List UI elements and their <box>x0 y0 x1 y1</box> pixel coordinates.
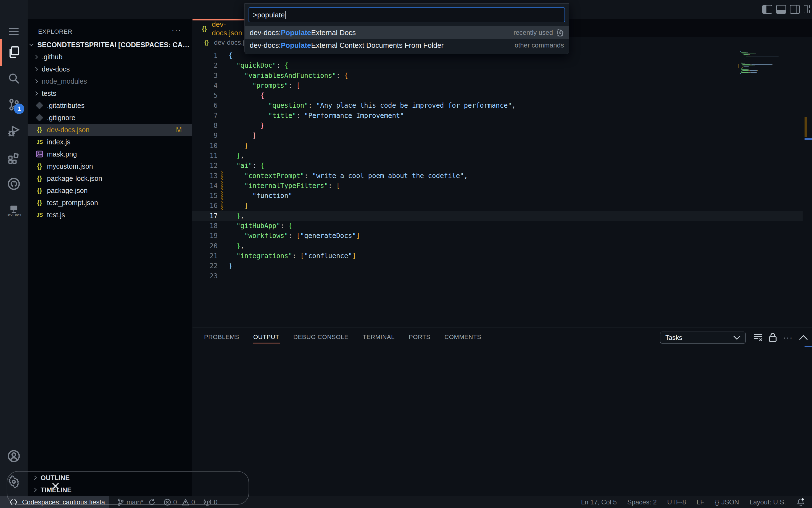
clear-output-icon[interactable] <box>753 333 763 342</box>
code-line-23[interactable]: 23 <box>192 271 803 281</box>
code-line-19[interactable]: 19 "workflows": ["generateDocs"] <box>192 231 803 241</box>
status-layout-u-s-[interactable]: Layout: U.S. <box>749 498 786 506</box>
explorer-more-actions-icon[interactable]: ··· <box>171 26 181 35</box>
tree-item-mask-png[interactable]: mask.png <box>28 148 192 160</box>
tree-item--gitattributes[interactable]: .gitattributes <box>28 99 192 112</box>
output-channel-select[interactable]: Tasks <box>660 332 746 344</box>
code-line-17[interactable]: 17 }, <box>192 211 803 221</box>
code-line-18[interactable]: 18 "gitHubApp": { <box>192 221 803 231</box>
panel-tab-terminal[interactable]: TERMINAL <box>362 329 395 346</box>
panel-tab-problems[interactable]: PROBLEMS <box>204 329 240 346</box>
json-file-icon: {} <box>35 174 44 182</box>
code-line-8[interactable]: 8 } <box>192 121 803 131</box>
git-file-icon <box>35 103 44 108</box>
json-file-icon: {} <box>35 199 44 207</box>
code-line-20[interactable]: 20 }, <box>192 241 803 251</box>
command-input[interactable]: >populate <box>249 7 565 23</box>
status-lf[interactable]: LF <box>697 498 704 506</box>
status-utf-8[interactable]: UTF-8 <box>667 498 686 506</box>
account-icon[interactable] <box>0 445 28 467</box>
tree-item-dev-docs-json[interactable]: {}dev-docs.jsonM <box>28 124 192 136</box>
chevron-down-icon <box>29 42 34 46</box>
bottom-panel: PROBLEMSOUTPUTDEBUG CONSOLETERMINALPORTS… <box>193 327 812 496</box>
search-icon[interactable] <box>0 68 28 89</box>
code-line-9[interactable]: 9 ] <box>192 131 803 140</box>
lock-icon[interactable] <box>769 332 777 342</box>
panel-tab-comments[interactable]: COMMENTS <box>444 329 482 346</box>
panel-tab-debug-console[interactable]: DEBUG CONSOLE <box>293 329 349 346</box>
code-line-5[interactable]: 5 { <box>192 91 803 100</box>
tree-item--github[interactable]: .github <box>28 51 192 63</box>
highlight-region-overlay <box>7 471 249 505</box>
code-line-13[interactable]: 13 "contextPrompt": "write a cool poem a… <box>192 171 803 181</box>
command-result-1[interactable]: dev-docs: Populate External Docsrecently… <box>245 26 569 39</box>
json-file-icon: {} <box>35 162 44 170</box>
gutter-modified-marker <box>221 171 223 180</box>
menu-icon[interactable] <box>0 20 28 43</box>
more-actions-icon[interactable]: ··· <box>783 333 793 342</box>
status-json[interactable]: {}JSON <box>715 498 739 506</box>
customize-layout-icon[interactable] <box>804 5 810 14</box>
code-line-15[interactable]: 15 "function" <box>192 191 803 201</box>
gutter-modified-marker <box>221 201 223 210</box>
toggle-sidebar-icon[interactable] <box>762 5 772 14</box>
minimap[interactable] <box>740 51 784 75</box>
code-line-2[interactable]: 2 "quickDoc": { <box>192 60 803 71</box>
tree-item-mycustom-json[interactable]: {}mycustom.json <box>28 160 192 172</box>
json-file-icon: {} <box>202 39 211 46</box>
tree-item-test-js[interactable]: JStest.js <box>28 209 192 221</box>
minimap-modified-marker <box>738 64 739 68</box>
tree-item-index-js[interactable]: JSindex.js <box>28 136 192 148</box>
maximize-panel-icon[interactable] <box>799 335 808 340</box>
github-icon[interactable] <box>0 173 28 195</box>
notifications-bell-icon[interactable] <box>797 498 805 507</box>
code-line-6[interactable]: 6 "question": "Any place this code be im… <box>192 100 803 111</box>
code-line-10[interactable]: 10 } <box>192 141 803 151</box>
status-spaces-2[interactable]: Spaces: 2 <box>627 498 657 506</box>
tree-item--gitignore[interactable]: .gitignore <box>28 112 192 124</box>
tree-root-folder[interactable]: SECONDTESTSPRITEAI [CODESPACES: CAUTIO..… <box>28 39 192 51</box>
overview-ruler-modified-marker <box>805 117 807 137</box>
extensions-icon[interactable] <box>0 147 28 169</box>
gutter-modified-marker <box>221 191 223 200</box>
line-number: 9 <box>192 131 218 140</box>
line-number: 15 <box>192 191 218 201</box>
output-channel-value: Tasks <box>665 334 682 341</box>
code-line-11[interactable]: 11 }, <box>192 151 803 161</box>
code-line-7[interactable]: 7 "title": "Performance Improvement" <box>192 111 803 121</box>
panel-tab-ports[interactable]: PORTS <box>408 329 431 346</box>
code-line-3[interactable]: 3 "variablesAndFunctions": { <box>192 71 803 81</box>
tree-item-dev-docs[interactable]: dev-docs <box>28 63 192 75</box>
code-line-12[interactable]: 12 "ai": { <box>192 161 803 171</box>
line-number: 1 <box>192 50 218 60</box>
gutter-modified-marker <box>221 181 223 190</box>
toggle-secondary-sidebar-icon[interactable] <box>790 5 800 14</box>
dev-docs-icon[interactable] <box>0 198 28 220</box>
js-file-icon: JS <box>35 139 44 145</box>
tree-item-package-lock-json[interactable]: {}package-lock.json <box>28 172 192 184</box>
toggle-panel-icon[interactable] <box>776 5 786 14</box>
explorer-icon[interactable] <box>0 41 28 63</box>
code-line-4[interactable]: 4 "prompts": [ <box>192 81 803 91</box>
line-number: 18 <box>192 221 218 231</box>
tree-item-package-json[interactable]: {}package.json <box>28 184 192 197</box>
chevron-right-icon <box>34 91 38 95</box>
tree-item-tests[interactable]: tests <box>28 87 192 99</box>
code-line-14[interactable]: 14 "internalTypeFilters": [ <box>192 181 803 191</box>
code-line-21[interactable]: 21 "integrations": ["confluence"] <box>192 251 803 261</box>
text-cursor <box>285 11 286 19</box>
command-result-2[interactable]: dev-docs: Populate External Context Docu… <box>245 39 569 52</box>
image-file-icon <box>35 151 44 158</box>
status-ln-17-col-5[interactable]: Ln 17, Col 5 <box>581 498 617 506</box>
tree-item-node-modules[interactable]: node_modules <box>28 75 192 87</box>
run-debug-icon[interactable] <box>0 120 28 142</box>
code-line-16[interactable]: 16 ] <box>192 201 803 211</box>
source-control-icon[interactable] <box>0 94 28 116</box>
braces-icon: {} <box>715 498 719 506</box>
vscode-workbench: 1 Dev-Docs EXPLORER ··· SECONDTESTSPRITE… <box>0 0 812 508</box>
source-control-badge: 1 <box>14 103 24 114</box>
tree-item-test-prompt-json[interactable]: {}test_prompt.json <box>28 197 192 209</box>
code-line-22[interactable]: 22} <box>192 261 803 271</box>
panel-tab-output[interactable]: OUTPUT <box>253 329 280 346</box>
code-editor[interactable]: 1{2 "quickDoc": {3 "variablesAndFunction… <box>192 50 803 281</box>
